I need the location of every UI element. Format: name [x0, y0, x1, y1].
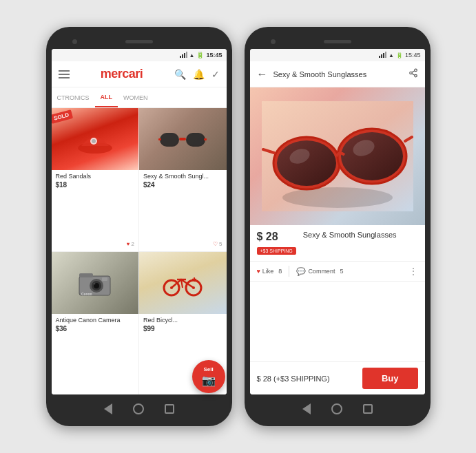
check-icon[interactable]: ✓: [211, 69, 220, 80]
header-icons: 🔍 🔔 ✓: [174, 69, 220, 80]
product-likes-sunglasses: ♡ 5: [213, 241, 222, 247]
like-button[interactable]: ♥ Like 8: [257, 268, 282, 275]
buy-price: $ 28 (+$3 SHIPPING): [257, 375, 330, 383]
sunglasses-thumb: [158, 127, 207, 151]
screen-2: ▲ 🔋 15:45 ← Sexy & Smooth Sunglasses: [250, 49, 425, 394]
camera-fab-icon: 📷: [202, 374, 216, 387]
detail-header: ← Sexy & Smooth Sunglasses: [250, 61, 425, 87]
battery-icon-2: 🔋: [396, 52, 403, 59]
battery-icon: 🔋: [196, 52, 204, 59]
product-price-sunglasses: $24: [143, 181, 155, 189]
nav-home-2[interactable]: [331, 403, 342, 414]
comment-icon: 💬: [296, 267, 306, 276]
detail-price: $ 28: [257, 231, 296, 243]
product-info-sandals: Red Sandals $18 ♥ 2: [52, 170, 139, 191]
svg-point-28: [282, 187, 393, 208]
product-name-sandals: Red Sandals: [56, 173, 135, 180]
svg-rect-9: [187, 133, 204, 145]
phone-2: ▲ 🔋 15:45 ← Sexy & Smooth Sunglasses: [245, 27, 431, 426]
svg-line-26: [412, 71, 415, 72]
product-likes-sandals: ♥ 2: [127, 241, 134, 247]
comment-count: 5: [340, 268, 343, 275]
product-cell-sandals[interactable]: SOLD Red Sandals $18 ♥ 2: [52, 108, 139, 251]
phone-bottom-1: [52, 399, 227, 419]
action-bar: ♥ Like 8 💬 Comment 5 ⋮: [250, 262, 425, 282]
sandal-illustration: [74, 122, 116, 156]
svg-point-30: [277, 140, 336, 186]
svg-point-24: [414, 74, 417, 77]
svg-line-25: [412, 74, 415, 75]
shipping-badge: +$3 SHIPPING: [257, 247, 296, 255]
detail-item-title: Sexy & Smooth Sunglasses: [303, 231, 418, 239]
more-options-icon[interactable]: ⋮: [408, 266, 418, 277]
wifi-icon-2: ▲: [389, 52, 394, 59]
front-camera-1: [72, 39, 77, 44]
phone-top-1: [52, 34, 227, 49]
mercari-logo: mercari: [75, 67, 169, 81]
camera-illustration: Canon: [76, 269, 114, 297]
svg-text:Canon: Canon: [81, 292, 92, 296]
product-info-sunglasses: Sexy & Smooth Sungl... $24 ♡ 5: [139, 170, 227, 191]
product-detail-info: $ 28 +$3 SHIPPING Sexy & Smooth Sunglass…: [250, 225, 425, 262]
svg-rect-6: [158, 138, 161, 140]
like-count: 8: [278, 268, 282, 275]
search-icon[interactable]: 🔍: [174, 69, 186, 80]
svg-point-22: [414, 69, 417, 72]
svg-rect-5: [179, 138, 186, 140]
product-name-sunglasses: Sexy & Smooth Sungl...: [143, 173, 223, 180]
sell-fab[interactable]: Sell 📷: [192, 360, 225, 393]
comment-button[interactable]: 💬 Comment 5: [296, 267, 343, 276]
bicycle-illustration: [162, 267, 203, 298]
status-time-2: 15:45: [405, 52, 421, 59]
nav-recent-2[interactable]: [363, 404, 373, 414]
buy-button[interactable]: Buy: [362, 368, 418, 389]
speaker-2: [324, 40, 351, 43]
tab-women[interactable]: WOMEN: [118, 87, 154, 107]
product-img-camera: Canon: [52, 252, 139, 314]
sunglasses-large: [262, 101, 413, 211]
svg-point-33: [341, 132, 403, 180]
phone-top-2: [250, 34, 425, 49]
status-bar-2: ▲ 🔋 15:45: [250, 49, 425, 61]
nav-back-2[interactable]: [302, 403, 311, 414]
svg-point-23: [409, 72, 412, 74]
like-label: Like: [262, 268, 274, 275]
front-camera-2: [271, 39, 276, 44]
heart-icon-sandals: ♥: [127, 241, 130, 247]
product-price-bicycle: $99: [143, 325, 223, 333]
product-img-bicycle: [139, 252, 227, 314]
nav-back-1[interactable]: [104, 403, 112, 414]
detail-title: Sexy & Smooth Sunglasses: [273, 70, 403, 78]
product-cell-sunglasses[interactable]: Sexy & Smooth Sungl... $24 ♡ 5: [139, 108, 227, 251]
svg-rect-7: [204, 138, 207, 140]
price-title-row: $ 28 +$3 SHIPPING Sexy & Smooth Sunglass…: [257, 231, 418, 255]
nav-recent-1[interactable]: [165, 404, 174, 414]
menu-icon[interactable]: [59, 70, 70, 78]
product-name-bicycle: Red Bicycl...: [143, 317, 223, 324]
product-img-sandals: SOLD: [52, 108, 139, 170]
svg-rect-11: [79, 273, 93, 277]
buy-bar: $ 28 (+$3 SHIPPING) Buy: [250, 361, 425, 394]
nav-home-1[interactable]: [133, 403, 144, 414]
tab-electronics[interactable]: CTRONICS: [52, 87, 95, 107]
app-header-1: mercari 🔍 🔔 ✓: [52, 61, 227, 87]
screen-1: ▲ 🔋 15:45 mercari 🔍 🔔 ✓ CTRONICS ALL: [52, 49, 227, 394]
product-detail-image: [250, 87, 425, 225]
product-cell-camera[interactable]: Canon Antique Canon Camera $36: [52, 252, 139, 395]
status-time-1: 15:45: [206, 52, 222, 59]
product-grid: SOLD Red Sandals $18 ♥ 2: [52, 108, 227, 394]
product-price-sandals: $18: [56, 181, 68, 189]
product-info-camera: Antique Canon Camera $36: [52, 314, 139, 335]
divider-1: [289, 266, 289, 277]
product-img-sunglasses: [139, 108, 227, 170]
signal-icon: [180, 52, 187, 58]
tab-all[interactable]: ALL: [95, 87, 118, 107]
speaker-1: [125, 40, 153, 43]
back-button[interactable]: ←: [257, 68, 268, 81]
heart-icon-sunglasses: ♡: [213, 241, 218, 247]
phone-1: ▲ 🔋 15:45 mercari 🔍 🔔 ✓ CTRONICS ALL: [46, 27, 232, 426]
phone-bottom-2: [250, 399, 425, 419]
share-icon[interactable]: [408, 68, 418, 80]
product-name-camera: Antique Canon Camera: [56, 317, 135, 324]
bell-icon[interactable]: 🔔: [193, 69, 205, 80]
